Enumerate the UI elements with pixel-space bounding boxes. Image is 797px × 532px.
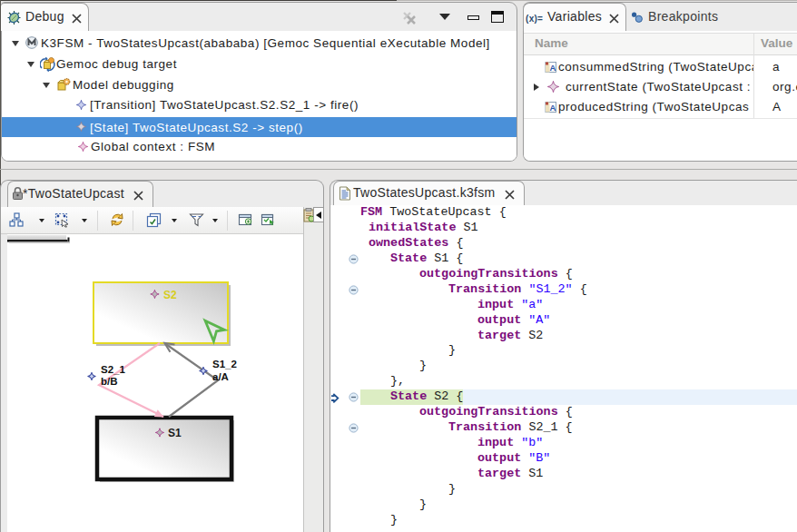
svg-text:A: A bbox=[550, 63, 556, 73]
svg-text:a/A: a/A bbox=[212, 371, 229, 382]
svg-text:S1: S1 bbox=[168, 427, 182, 439]
svg-text:S2: S2 bbox=[163, 289, 177, 301]
svg-text:S2_1: S2_1 bbox=[101, 364, 125, 375]
svg-text:A: A bbox=[550, 103, 556, 113]
svg-text:S1_2: S1_2 bbox=[212, 359, 237, 369]
svg-text:b/B: b/B bbox=[101, 376, 118, 387]
